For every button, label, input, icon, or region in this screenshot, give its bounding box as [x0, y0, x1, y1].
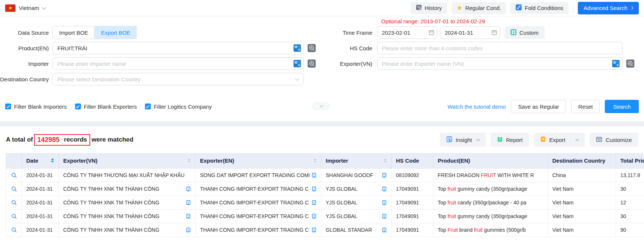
divider — [573, 4, 573, 13]
country-selector[interactable]: ★ Vietnam — [5, 4, 45, 12]
sort-carets[interactable] — [188, 158, 191, 163]
time-frame-label: Time Frame — [328, 30, 377, 36]
regular-cond-label: Regular Cond. — [465, 5, 501, 11]
chevron-right-icon — [630, 6, 634, 10]
sort-carets[interactable] — [384, 158, 387, 163]
cell-detail — [6, 168, 22, 182]
cell-exporter-en: THANH CONG IMPORT-EXPORT TRADING C — [196, 182, 321, 196]
sort-asc-icon[interactable] — [384, 158, 387, 160]
sort-desc-icon[interactable] — [51, 161, 54, 163]
cell-detail — [6, 182, 22, 196]
translate-icon[interactable]: A — [294, 60, 301, 67]
view-detail-icon[interactable] — [11, 200, 17, 206]
search-button[interactable]: Search — [605, 100, 639, 113]
history-button[interactable]: History — [411, 2, 447, 14]
company-icon[interactable] — [186, 227, 191, 232]
match-mode-icon[interactable] — [308, 60, 316, 68]
filter-checkbox[interactable]: Filter Logitics Company — [145, 103, 212, 110]
product-text: WITH WHITE R — [496, 172, 534, 178]
custom-range-button[interactable]: Custom — [505, 26, 545, 39]
sort-desc-icon[interactable] — [384, 161, 387, 163]
sort-desc-icon[interactable] — [188, 161, 191, 163]
fold-conditions-button[interactable]: Fold Conditions — [511, 2, 568, 14]
chevron-down-icon — [476, 138, 480, 141]
company-icon[interactable] — [312, 200, 316, 205]
sort-carets[interactable] — [313, 158, 316, 163]
cell-exporter-vn: CÔNG TY TNHH XNK TM THÀNH CÔNG — [59, 196, 196, 209]
sort-desc-icon[interactable] — [313, 161, 316, 163]
keyword-highlight: fruit — [474, 227, 482, 233]
filter-checkbox[interactable]: Filter Blank Importers — [5, 103, 67, 110]
translate-icon[interactable]: A — [612, 60, 620, 67]
import-boe-tab[interactable]: Import BOE — [52, 26, 95, 39]
chevron-down-icon[interactable] — [576, 138, 579, 141]
export-label: Export — [549, 137, 565, 143]
checkbox-checked-icon[interactable] — [145, 103, 151, 109]
table-row: 2024-01-31 CÔNG TY TNHH XNK TM THÀNH CÔN… — [6, 196, 644, 209]
company-icon[interactable] — [186, 186, 191, 191]
customize-button[interactable]: Customize — [590, 133, 638, 147]
company-icon[interactable] — [382, 186, 387, 191]
sort-carets[interactable] — [51, 158, 54, 163]
sort-asc-icon[interactable] — [51, 158, 54, 160]
cell-exporter-vn: CÔNG TY TNHH XNK TM THÀNH CÔNG — [59, 209, 196, 223]
product-input[interactable] — [52, 42, 304, 54]
exporter-vn-input[interactable] — [377, 57, 623, 70]
match-mode-icon[interactable] — [308, 44, 316, 52]
results-table: Date Exporter(VN) Exporter(EN) Importer … — [6, 153, 644, 237]
company-icon[interactable] — [382, 214, 387, 219]
save-as-regular-button[interactable]: Save as Regular — [511, 100, 566, 113]
column-header[interactable]: Exporter(EN) — [196, 153, 321, 168]
column-header-label: Importer — [326, 157, 348, 164]
company-icon[interactable] — [186, 214, 191, 219]
company-icon[interactable] — [312, 214, 316, 219]
report-button[interactable]: Report — [491, 133, 529, 147]
topbar-actions: History ★ Regular Cond. Fold Conditions … — [411, 2, 639, 14]
filter-checkbox[interactable]: Filter Blank Exporters — [75, 103, 137, 110]
match-mode-icon[interactable] — [626, 60, 634, 68]
tutorial-demo-link[interactable]: Watch the tutorial demo — [448, 103, 506, 110]
calendar-icon[interactable] — [428, 30, 434, 35]
view-detail-icon[interactable] — [11, 172, 17, 178]
importer-input[interactable] — [52, 57, 304, 70]
calendar-icon[interactable] — [491, 30, 497, 35]
export-button[interactable]: Export — [534, 133, 585, 147]
destination-label: Destination Country — [0, 76, 52, 82]
collapse-form-button[interactable] — [312, 102, 330, 110]
table-row: 2024-01-31 CÔNG TY TNHH XNK TM THÀNH CÔN… — [6, 182, 644, 196]
checkbox-checked-icon[interactable] — [75, 103, 81, 109]
sort-asc-icon[interactable] — [313, 158, 316, 160]
company-icon[interactable] — [382, 227, 387, 232]
advanced-search-button[interactable]: Advanced Search — [578, 2, 639, 14]
hs-code-input[interactable] — [377, 42, 623, 54]
controls-row: Filter Blank Importers Filter Blank Expo… — [0, 100, 644, 113]
checkbox-checked-icon[interactable] — [5, 103, 11, 109]
translate-icon[interactable]: A — [294, 44, 301, 52]
sort-asc-icon[interactable] — [188, 158, 191, 160]
column-header[interactable]: Exporter(VN) — [59, 153, 196, 168]
company-icon[interactable] — [312, 173, 316, 178]
company-icon[interactable] — [312, 186, 316, 191]
view-detail-icon[interactable] — [11, 227, 17, 233]
fold-conditions-label: Fold Conditions — [525, 5, 563, 11]
company-icon[interactable] — [312, 227, 316, 232]
product-text: brand — [458, 227, 474, 233]
company-icon[interactable] — [382, 173, 387, 178]
export-boe-tab[interactable]: Export BOE — [95, 26, 136, 39]
view-detail-icon[interactable] — [11, 213, 17, 219]
company-icon[interactable] — [382, 200, 387, 205]
svg-text:A: A — [617, 63, 619, 67]
destination-select[interactable] — [52, 73, 304, 85]
company-icon[interactable] — [186, 200, 191, 205]
view-detail-icon[interactable] — [11, 186, 17, 192]
results-suffix: were matched — [91, 136, 133, 143]
cell-hs-code: 17049091 — [392, 209, 433, 223]
column-header-label: HS Code — [396, 157, 419, 164]
regular-cond-button[interactable]: ★ Regular Cond. — [451, 2, 506, 14]
insight-button[interactable]: BI Insight — [440, 133, 486, 147]
column-header[interactable]: Importer — [321, 153, 392, 168]
checkbox-label: Filter Logitics Company — [154, 103, 212, 110]
reset-button[interactable]: Reset — [571, 100, 600, 113]
column-header[interactable]: Date — [22, 153, 59, 168]
cell-product: FRESH DRAGON FRUIT WITH WHITE R — [433, 168, 548, 182]
